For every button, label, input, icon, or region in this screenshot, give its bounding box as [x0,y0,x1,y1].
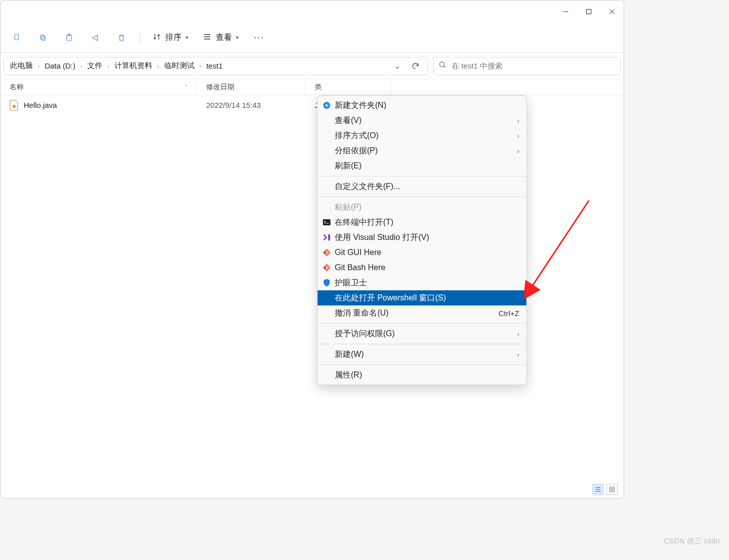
menu-separator [318,176,526,176]
column-date[interactable]: 修改日期 [197,79,306,95]
svg-point-12 [440,62,444,67]
menu-item[interactable]: 属性(R) [318,367,526,383]
menu-item[interactable]: Git Bash Here [318,260,526,275]
svg-line-13 [444,66,445,68]
menu-separator [318,323,526,324]
menu-item-label: Git GUI Here [335,248,381,257]
menu-item-label: 属性(R) [335,370,362,381]
menu-item[interactable]: 撤消 重命名(U)Ctrl+Z [318,305,526,321]
column-headers: 名称˄ 修改日期 类 [1,79,624,95]
paste-button[interactable] [57,28,81,48]
menu-item-label: 排序方式(O) [335,131,379,141]
java-file-icon [10,100,19,110]
thumbnails-view-icon[interactable] [606,484,618,495]
menu-shortcut: Ctrl+Z [499,309,519,318]
maximize-button[interactable] [577,1,600,23]
menu-item-label: 护眼卫士 [335,278,367,288]
vs-icon [322,232,332,242]
chevron-right-icon: › [517,117,519,125]
breadcrumb-item[interactable]: 文件 [85,60,104,72]
menu-item[interactable]: 查看(V)› [318,113,526,128]
more-button[interactable]: ··· [247,28,271,48]
menu-separator [318,344,526,344]
share-button[interactable] [83,28,107,48]
view-button[interactable]: 查看 ▾ [197,28,245,48]
column-name[interactable]: 名称˄ [1,79,197,95]
menu-item-label: 新建(W) [335,349,364,360]
search-input[interactable] [452,61,615,70]
delete-button[interactable] [109,28,134,48]
svg-rect-1 [587,10,591,14]
menu-item[interactable]: 新建文件夹(N) [318,98,526,113]
menu-item[interactable]: 自定义文件夹(F)... [318,179,526,194]
breadcrumb[interactable]: 此电脑› Data (D:)› 文件› 计算机资料› 临时测试› test1 ⌄ [4,57,428,75]
svg-rect-23 [323,219,331,225]
toolbar: 排序 ▾ 查看 ▾ ··· [1,23,624,53]
breadcrumb-item[interactable]: Data (D:) [43,60,78,71]
svg-rect-19 [613,487,615,489]
sort-button[interactable]: 排序 ▾ [146,28,195,48]
breadcrumb-item[interactable]: 计算机资料 [112,60,154,72]
menu-item[interactable]: 刷新(E) [318,158,526,173]
menu-item-label: 使用 Visual Studio 打开(V) [335,232,429,243]
menu-item[interactable]: 新建(W)› [318,347,526,362]
chevron-right-icon: › [517,132,519,140]
chevron-down-icon: ▾ [236,34,239,41]
menu-item[interactable]: 排序方式(O)› [318,128,526,143]
svg-rect-20 [610,490,612,492]
new-folder-icon [322,100,332,110]
watermark: CSDN @三 csdn [664,537,720,546]
menu-item-label: 授予访问权限(G) [335,329,395,339]
close-button[interactable] [600,1,624,23]
sort-indicator-icon: ˄ [185,84,188,90]
menu-item-label: 在此处打开 Powershell 窗口(S) [335,293,446,303]
menu-item-label: Git Bash Here [335,263,385,272]
copy-button[interactable] [31,28,55,48]
menu-item[interactable]: 使用 Visual Studio 打开(V) [318,230,526,245]
menu-item[interactable]: 分组依据(P)› [318,143,526,158]
column-type[interactable]: 类 [306,79,391,95]
file-date: 2022/9/14 15:43 [206,101,261,109]
chevron-right-icon: › [517,330,519,338]
menu-item-label: 撤消 重命名(U) [335,308,389,319]
menu-item-label: 查看(V) [335,115,361,126]
chevron-down-icon: ▾ [186,34,189,41]
menu-item[interactable]: Git GUI Here [318,245,526,260]
breadcrumb-item[interactable]: 临时测试 [162,60,197,72]
chevron-right-icon: › [517,147,519,155]
titlebar [1,1,624,23]
separator [140,31,140,45]
menu-item[interactable]: 授予访问权限(G)› [318,326,526,341]
menu-item[interactable]: 在此处打开 Powershell 窗口(S) [318,290,526,305]
menu-item[interactable]: 在终端中打开(T) [318,215,526,230]
chevron-right-icon: › [156,63,160,69]
git-icon [322,247,332,258]
chevron-right-icon: › [106,63,110,69]
breadcrumb-item[interactable]: test1 [204,60,225,71]
menu-item-label: 刷新(E) [335,161,361,171]
svg-rect-18 [610,487,612,489]
breadcrumb-item[interactable]: 此电脑 [8,60,35,72]
file-name: Hello.java [24,101,57,109]
menu-item-label: 分组依据(P) [335,146,378,156]
menu-item[interactable]: 护眼卫士 [318,275,526,290]
menu-item: 粘贴(P) [318,200,526,215]
menu-item-label: 新建文件夹(N) [335,100,386,111]
view-icon [203,32,212,43]
chevron-right-icon: › [37,63,41,69]
minimize-button[interactable] [554,1,577,23]
search-box[interactable] [433,57,621,75]
menu-separator [318,364,526,365]
menu-item-label: 在终端中打开(T) [335,217,393,228]
menu-item-label: 粘贴(P) [335,202,361,213]
sort-icon [152,32,161,43]
table-row[interactable]: Hello.java 2022/9/14 15:43 Ja [1,95,624,114]
details-view-icon[interactable] [592,484,603,495]
cut-button[interactable] [5,28,29,48]
chevron-down-icon[interactable]: ⌄ [389,58,405,74]
terminal-icon [322,217,332,227]
chevron-right-icon: › [80,63,84,69]
refresh-icon[interactable] [407,58,423,74]
context-menu: 新建文件夹(N)查看(V)›排序方式(O)›分组依据(P)›刷新(E)自定义文件… [317,95,527,385]
view-label: 查看 [216,32,232,43]
